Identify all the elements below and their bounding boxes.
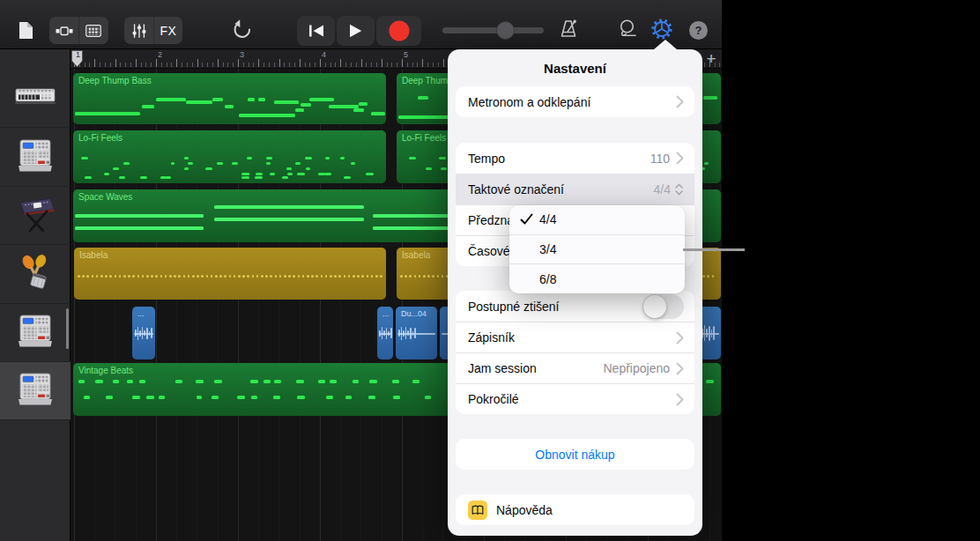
midi-note bbox=[197, 275, 199, 278]
midi-note bbox=[418, 96, 428, 100]
midi-note bbox=[709, 326, 710, 341]
track-header-2[interactable] bbox=[0, 128, 71, 187]
audio-region[interactable]: ... bbox=[132, 307, 155, 359]
midi-note bbox=[106, 396, 112, 399]
fade-out-row[interactable]: Postupné ztišení bbox=[456, 291, 694, 322]
track-controls-button[interactable] bbox=[124, 17, 153, 44]
help-menu-button[interactable]: Nápověda bbox=[456, 494, 694, 525]
midi-note bbox=[127, 380, 133, 383]
midi-note bbox=[251, 396, 257, 399]
fade-out-toggle[interactable] bbox=[642, 294, 684, 319]
restore-purchase-button[interactable]: Obnovit nákup bbox=[456, 439, 694, 470]
midi-note bbox=[149, 331, 151, 336]
audio-region[interactable]: ... bbox=[377, 307, 393, 359]
track-header-3[interactable] bbox=[0, 187, 71, 245]
midi-note bbox=[270, 275, 272, 278]
track-header-1[interactable] bbox=[0, 69, 71, 128]
jam-session-label: Jam session bbox=[468, 361, 604, 375]
track-header-5[interactable] bbox=[0, 304, 71, 362]
misc-settings-card: Postupné ztišení Zápisník Jam session Ne… bbox=[456, 291, 694, 414]
midi-note bbox=[274, 100, 299, 104]
grid-view-button[interactable] bbox=[78, 17, 108, 44]
midi-note bbox=[256, 275, 259, 278]
tempo-row[interactable]: Tempo 110 bbox=[456, 143, 694, 174]
midi-note bbox=[156, 98, 186, 101]
slider-knob[interactable] bbox=[496, 21, 515, 40]
screenshot-stage: FX bbox=[0, 0, 980, 541]
midi-note bbox=[707, 275, 709, 278]
undo-button[interactable] bbox=[230, 18, 255, 41]
track-header-6[interactable] bbox=[0, 362, 71, 420]
midi-note bbox=[142, 105, 154, 108]
add-section-button[interactable]: + bbox=[702, 50, 720, 68]
midi-note bbox=[100, 275, 103, 278]
track-header-4[interactable] bbox=[0, 245, 71, 304]
settings-button[interactable] bbox=[650, 18, 673, 41]
midi-note bbox=[217, 162, 223, 165]
midi-note bbox=[282, 176, 288, 179]
metronome-button[interactable] bbox=[557, 19, 580, 40]
advanced-row[interactable]: Pokročilé bbox=[456, 383, 694, 414]
help-button[interactable]: ? bbox=[689, 21, 708, 40]
midi-note bbox=[244, 176, 249, 179]
midi-note bbox=[325, 157, 330, 159]
metronome-row[interactable]: Metronom a odklepání bbox=[456, 86, 694, 117]
notepad-row[interactable]: Zápisník bbox=[456, 322, 694, 352]
drum-machine-icon bbox=[16, 138, 55, 176]
midi-note bbox=[184, 167, 189, 170]
midi-note bbox=[326, 396, 333, 399]
tracks-view-button[interactable] bbox=[49, 17, 78, 44]
midi-note bbox=[232, 162, 238, 165]
toolbar: FX bbox=[0, 0, 722, 49]
midi-note bbox=[214, 380, 222, 383]
midi-note bbox=[316, 275, 318, 278]
my-songs-button[interactable] bbox=[18, 20, 33, 40]
time-signature-row[interactable]: Taktové označení 4/4 bbox=[456, 174, 694, 204]
midi-region[interactable]: Isabela bbox=[74, 248, 386, 300]
record-button[interactable] bbox=[376, 16, 421, 46]
region-label: ... bbox=[137, 309, 145, 318]
midi-note bbox=[287, 173, 293, 175]
midi-region[interactable]: Deep Thump Bass bbox=[73, 73, 386, 124]
play-button[interactable] bbox=[337, 16, 375, 46]
time-signature-option-4-4[interactable]: 4/4 bbox=[509, 205, 685, 234]
midi-note bbox=[258, 98, 265, 101]
audio-region[interactable]: Du...04 bbox=[396, 307, 437, 359]
midi-note bbox=[442, 275, 444, 278]
midi-note bbox=[165, 275, 167, 278]
time-signature-option-3-4[interactable]: 3/4 bbox=[509, 234, 685, 264]
midi-note bbox=[264, 380, 271, 383]
midi-note bbox=[225, 105, 234, 108]
midi-note bbox=[353, 380, 360, 383]
midi-note bbox=[704, 162, 709, 165]
midi-note bbox=[329, 105, 359, 108]
midi-note bbox=[702, 275, 705, 278]
time-signature-option-6-8[interactable]: 6/8 bbox=[509, 263, 685, 293]
track-headers-sidebar: + bbox=[0, 49, 71, 541]
midi-note bbox=[160, 275, 163, 278]
drum-machine-icon bbox=[16, 372, 55, 410]
midi-note bbox=[197, 396, 203, 399]
midi-note bbox=[273, 396, 280, 399]
midi-note bbox=[219, 275, 222, 278]
midi-region[interactable]: Lo-Fi Feels bbox=[73, 130, 386, 183]
midi-note bbox=[192, 275, 195, 278]
fade-out-label: Postupné ztišení bbox=[468, 300, 642, 314]
jam-session-row[interactable]: Jam session Nepřipojeno bbox=[456, 352, 694, 383]
rewind-button[interactable] bbox=[297, 16, 335, 46]
midi-note bbox=[104, 173, 109, 175]
fx-button[interactable]: FX bbox=[153, 17, 182, 44]
midi-note bbox=[119, 176, 125, 179]
notepad-label: Zápisník bbox=[468, 330, 676, 345]
loop-browser-button[interactable] bbox=[615, 19, 638, 40]
midi-note bbox=[324, 173, 331, 175]
track-header-width-slider[interactable] bbox=[442, 27, 544, 33]
midi-note bbox=[340, 157, 345, 159]
play-icon bbox=[349, 24, 362, 38]
midi-note bbox=[338, 275, 341, 278]
bass-synth-icon bbox=[15, 85, 56, 110]
midi-note bbox=[206, 275, 209, 278]
midi-note bbox=[215, 275, 218, 278]
midi-note bbox=[132, 396, 140, 399]
midi-note bbox=[388, 331, 390, 336]
